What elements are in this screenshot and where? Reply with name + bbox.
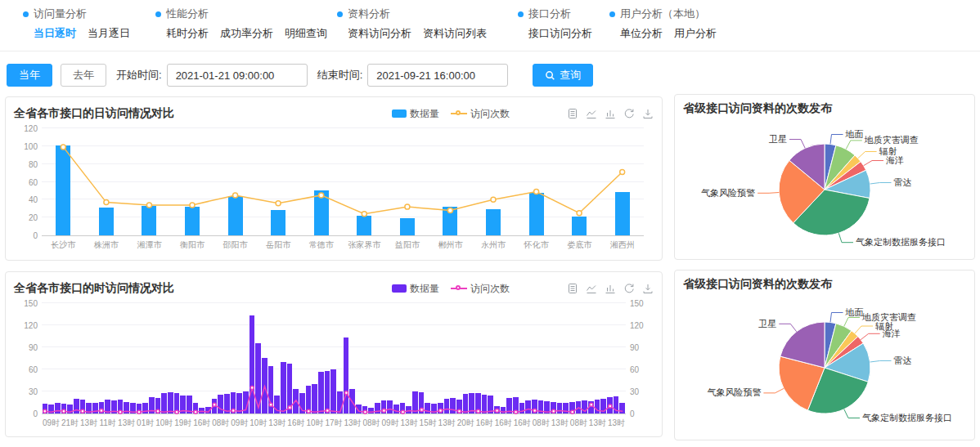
line-marker[interactable] bbox=[233, 193, 238, 198]
line-marker[interactable] bbox=[62, 409, 65, 413]
hourly-chart-legend: 数据量访问次数 bbox=[392, 282, 510, 296]
nav-group-title: 用户分析（本地） bbox=[620, 7, 705, 21]
x-axis-label: 10时 bbox=[155, 418, 173, 429]
nav-divider bbox=[0, 51, 980, 51]
data-view-icon[interactable] bbox=[567, 283, 578, 294]
line-chart-icon[interactable] bbox=[586, 108, 597, 119]
line-marker[interactable] bbox=[533, 409, 537, 412]
line-marker[interactable] bbox=[319, 193, 324, 198]
search-button[interactable]: 查询 bbox=[533, 64, 593, 87]
legend-item[interactable]: 访问次数 bbox=[451, 107, 510, 121]
line-marker[interactable] bbox=[175, 410, 178, 413]
nav-group-title: 性能分析 bbox=[166, 7, 209, 21]
line-marker[interactable] bbox=[439, 409, 443, 412]
line-marker[interactable] bbox=[146, 203, 151, 208]
line-marker[interactable] bbox=[577, 211, 582, 216]
line-marker[interactable] bbox=[344, 391, 348, 395]
line-marker[interactable] bbox=[447, 208, 452, 212]
line-marker[interactable] bbox=[496, 409, 499, 412]
nav-subitem[interactable]: 单位分析 bbox=[620, 27, 663, 39]
line-marker[interactable] bbox=[232, 409, 235, 412]
line-marker[interactable] bbox=[477, 409, 480, 413]
download-icon[interactable] bbox=[642, 283, 654, 294]
line-marker[interactable] bbox=[458, 409, 461, 413]
line-marker[interactable] bbox=[81, 409, 84, 413]
line-marker[interactable] bbox=[100, 409, 103, 412]
line-marker[interactable] bbox=[137, 410, 141, 413]
line-marker[interactable] bbox=[515, 410, 518, 413]
legend-item[interactable]: 数据量 bbox=[392, 282, 439, 296]
legend-label: 访问次数 bbox=[470, 107, 510, 121]
line-marker[interactable] bbox=[119, 410, 122, 413]
start-time-input[interactable] bbox=[167, 64, 308, 87]
download-icon[interactable] bbox=[642, 108, 654, 119]
this-year-button[interactable]: 当年 bbox=[7, 64, 52, 87]
line-marker[interactable] bbox=[43, 409, 47, 413]
bar-chart-icon[interactable] bbox=[605, 283, 616, 294]
line-chart-icon[interactable] bbox=[586, 283, 597, 294]
line-marker[interactable] bbox=[190, 203, 195, 208]
line-marker[interactable] bbox=[269, 403, 272, 406]
line-marker[interactable] bbox=[250, 387, 254, 390]
nav-bullet-icon bbox=[23, 11, 29, 17]
line-marker[interactable] bbox=[276, 201, 281, 206]
data-view-icon[interactable] bbox=[567, 108, 578, 119]
nav-subitem[interactable]: 资料访问列表 bbox=[423, 27, 487, 39]
line-marker[interactable] bbox=[104, 200, 109, 205]
line-marker[interactable] bbox=[534, 190, 539, 194]
end-time-input[interactable] bbox=[367, 64, 508, 87]
nav-group: 用户分析（本地）单位分析用户分析 bbox=[609, 7, 728, 41]
line-marker[interactable] bbox=[620, 170, 625, 175]
pie-label-line bbox=[789, 140, 805, 149]
pie-label-line bbox=[844, 318, 860, 327]
line-marker[interactable] bbox=[326, 409, 329, 412]
line-marker[interactable] bbox=[609, 405, 612, 408]
y-axis-label-right: 120 bbox=[630, 321, 653, 330]
legend-item[interactable]: 数据量 bbox=[392, 107, 439, 121]
nav-subitem[interactable]: 明细查询 bbox=[285, 27, 327, 39]
line-marker[interactable] bbox=[194, 410, 197, 413]
start-time-label: 开始时间: bbox=[116, 68, 162, 83]
x-axis-label: 11时 bbox=[98, 418, 117, 429]
nav-subitem[interactable]: 接口访问分析 bbox=[528, 27, 592, 39]
line-marker[interactable] bbox=[405, 204, 410, 209]
hourly-chart-toolbox bbox=[567, 283, 654, 294]
y-axis-label-right: 0 bbox=[630, 409, 653, 418]
line-path[interactable] bbox=[45, 387, 623, 413]
nav-subitem[interactable]: 用户分析 bbox=[674, 27, 717, 39]
nav-subitem[interactable]: 成功率分析 bbox=[220, 27, 273, 39]
line-marker[interactable] bbox=[420, 409, 424, 412]
nav-group-title: 访问量分析 bbox=[34, 7, 87, 21]
restore-icon[interactable] bbox=[623, 283, 635, 294]
legend-bar-swatch-icon bbox=[392, 110, 407, 118]
line-marker[interactable] bbox=[402, 410, 405, 413]
line-marker[interactable] bbox=[552, 409, 555, 413]
line-marker[interactable] bbox=[213, 403, 216, 406]
filter-bar: 当年 去年 开始时间: 结束时间: 查询 bbox=[7, 64, 593, 87]
y-axis-label-right: 150 bbox=[630, 299, 653, 308]
line-marker[interactable] bbox=[382, 409, 385, 412]
pie-label: 卫星 bbox=[757, 319, 776, 329]
restore-icon[interactable] bbox=[623, 108, 635, 119]
x-axis-label: 郴州市 bbox=[429, 239, 472, 251]
line-marker[interactable] bbox=[362, 212, 366, 217]
line-marker[interactable] bbox=[307, 409, 310, 413]
line-marker[interactable] bbox=[590, 403, 593, 406]
nav-subitem[interactable]: 当日逐时 bbox=[34, 27, 76, 39]
nav-subitem[interactable]: 当月逐日 bbox=[88, 27, 130, 39]
line-marker[interactable] bbox=[491, 197, 496, 202]
pie-label-line bbox=[844, 409, 860, 418]
line-marker[interactable] bbox=[61, 145, 65, 150]
nav-group-title-row: 用户分析（本地） bbox=[609, 7, 728, 21]
last-year-button[interactable]: 去年 bbox=[61, 64, 106, 87]
line-marker[interactable] bbox=[288, 406, 291, 409]
line-marker[interactable] bbox=[156, 409, 160, 413]
x-axis-label: 13时 bbox=[551, 418, 569, 429]
legend-item[interactable]: 访问次数 bbox=[451, 282, 510, 296]
nav-subitem[interactable]: 资料访问分析 bbox=[348, 27, 411, 39]
nav-subitem[interactable]: 耗时分析 bbox=[166, 27, 209, 39]
line-marker[interactable] bbox=[363, 410, 366, 413]
line-marker[interactable] bbox=[571, 410, 574, 413]
bar-chart-icon[interactable] bbox=[605, 108, 616, 119]
y-axis-label: 120 bbox=[15, 321, 38, 330]
